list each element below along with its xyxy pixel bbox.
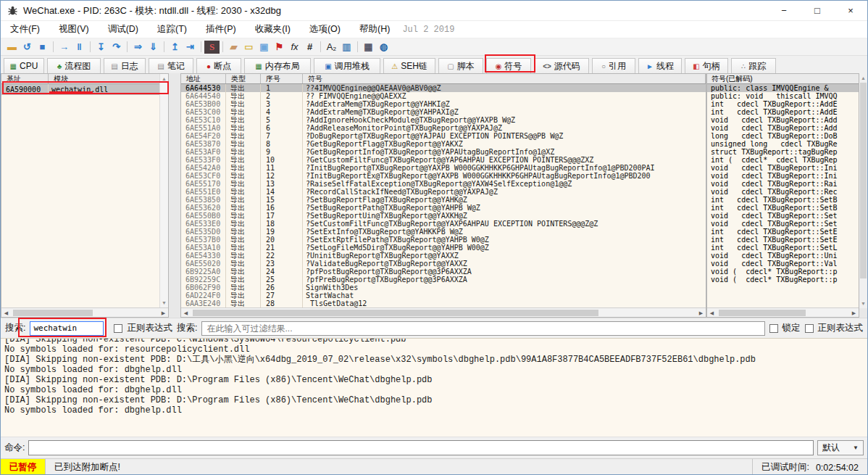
minimize-button[interactable]: − <box>767 1 801 20</box>
step-into-icon[interactable]: ↧ <box>93 41 109 54</box>
separator[interactable] <box>53 41 54 52</box>
tab-notes[interactable]: ▤ 笔记 <box>149 58 193 73</box>
open-file-icon[interactable]: ▬ <box>4 41 20 54</box>
decoded-row[interactable]: void (__cdecl* TXBugReport::p <box>707 276 859 284</box>
regex2-checkbox[interactable] <box>805 324 814 333</box>
tab-cpu[interactable]: ▦ CPU <box>4 58 44 73</box>
decoded-row[interactable]: void __cdecl TXBugReport::Uni <box>707 252 859 260</box>
symbol-row[interactable]: 6AE550B0 导出 17 ?SetBugReportUin@TXBugRep… <box>181 212 706 220</box>
run-icon[interactable]: → <box>57 41 72 54</box>
symbol-row[interactable]: 6B92259C 导出 25 ?pfPreBugReport@TXBugRepo… <box>181 276 706 284</box>
decoded-horizontal-scrollbar[interactable]: ◀ ▶ <box>707 307 859 317</box>
symbol-row[interactable]: 6AE55020 导出 23 ?ValidateBugReport@TXBugR… <box>181 260 706 268</box>
decoded-row[interactable]: void __cdecl TXBugReport::Set <box>707 220 859 228</box>
scroll-left-icon[interactable]: ◀ <box>182 309 190 317</box>
symbol-row[interactable]: 6AE53620 导出 16 ?SetBugReportPath@TXBugRe… <box>181 204 706 212</box>
symbol-row[interactable]: 6AE53CF0 导出 12 ?InitBugReportEx@TXBugRep… <box>181 172 706 180</box>
separator[interactable] <box>90 41 91 52</box>
tab-threads[interactable]: ► 线程 <box>638 58 682 73</box>
execute-till-return-icon[interactable]: ↥ <box>167 41 183 54</box>
decoded-row[interactable]: int __cdecl TXBugReport::AddE <box>707 100 859 108</box>
symbol-row[interactable]: 6AE533F0 导出 10 ?GetCustomFiltFunc@TXBugR… <box>181 156 706 164</box>
modules-vertical-scrollbar[interactable]: ▲ ▼ <box>159 74 168 307</box>
symbol-row[interactable]: 6AE53850 导出 15 ?SetBugReportFlag@TXBugRe… <box>181 196 706 204</box>
symbol-filter-input[interactable] <box>201 321 764 336</box>
decoded-row[interactable]: int (__cdecl*__cdecl TXBugRep <box>707 156 859 164</box>
symbol-row[interactable]: 6AA3E240 导出 28 _TlsGetData@12 <box>181 300 706 307</box>
decoded-row[interactable]: void __cdecl TXBugReport::Add <box>707 124 859 132</box>
symbol-row[interactable]: 6AE54330 导出 22 ?UninitBugReport@TXBugRep… <box>181 252 706 260</box>
labels-icon[interactable]: ▣ <box>256 41 272 54</box>
step-out-icon[interactable]: ⇓ <box>146 41 161 54</box>
scroll-thumb[interactable] <box>719 310 806 316</box>
pause-icon[interactable]: ‖ <box>72 41 87 54</box>
log-output[interactable]: [DIA] Skipping non-existent PDB: C:\Wind… <box>1 338 867 437</box>
scroll-up-icon[interactable]: ▲ <box>160 75 168 83</box>
symbol-row[interactable]: 6AE551A0 导出 6 ?AddReleaseMonitorPoint@TX… <box>181 124 706 132</box>
symbol-row[interactable]: 6A644530 导出 1 ??4IMVQQEngine@@QAEAAV0@AB… <box>181 84 706 92</box>
symbol-row[interactable]: 6AE53C10 导出 5 ?AddIgnoreHookCheckModule@… <box>181 116 706 124</box>
module-row[interactable]: 6A590000 wechatwin.dll <box>1 84 168 95</box>
separator[interactable] <box>222 41 223 52</box>
column-header-symbol[interactable]: 符号 <box>303 74 706 83</box>
scroll-thumb[interactable] <box>860 83 867 278</box>
scroll-down-icon[interactable]: ▼ <box>160 299 168 307</box>
tab-call-stack[interactable]: ▣ 调用堆栈 <box>314 58 380 73</box>
menu-item[interactable]: 追踪(T) <box>148 23 196 36</box>
preferences-icon[interactable]: ◍ <box>376 41 391 54</box>
restart-icon[interactable]: ↺ <box>20 41 35 54</box>
separator[interactable] <box>357 41 358 52</box>
symbol-row[interactable]: 6B062F90 导出 26 SignWith3Des <box>181 284 706 292</box>
bookmarks-icon[interactable]: ⚑ <box>272 41 287 54</box>
symbol-row[interactable]: 6AE533E0 导出 18 ?SetCustomFiltFunc@TXBugR… <box>181 220 706 228</box>
column-header-module[interactable]: 模块 <box>49 74 168 83</box>
symbol-row[interactable]: 6AD224F0 导出 27 StartWachat <box>181 292 706 300</box>
scroll-left-icon[interactable]: ◀ <box>2 309 10 317</box>
menu-item[interactable]: 选项(O) <box>300 23 350 36</box>
scroll-right-icon[interactable]: ▶ <box>159 309 167 317</box>
tab-seh[interactable]: ⚠ SEH链 <box>383 58 435 73</box>
decoded-vertical-scrollbar[interactable]: ▲ ▼ <box>859 73 867 308</box>
regex-checkbox[interactable] <box>114 324 122 333</box>
symbol-row[interactable]: 6AE53B00 导出 3 ?AddExtraMem@TXBugReport@@… <box>181 100 706 108</box>
step-over-icon[interactable]: ↷ <box>109 41 124 54</box>
separator[interactable] <box>320 41 321 52</box>
symbol-row[interactable]: 6AE53870 导出 8 ?GetBugReportFlag@TXBugRep… <box>181 140 706 148</box>
tab-trace[interactable]: ∴ 跟踪 <box>731 58 776 73</box>
menu-item[interactable]: 收藏夹(I) <box>246 23 300 36</box>
symbol-row[interactable]: 6AE54F20 导出 7 ?DoBugReport@TXBugReport@@… <box>181 132 706 140</box>
separator[interactable] <box>201 41 201 52</box>
scroll-right-icon[interactable]: ▶ <box>850 309 858 317</box>
tab-source[interactable]: <> 源代码 <box>534 58 589 73</box>
decoded-row[interactable]: unsigned long __cdecl TXBugRe <box>707 140 859 148</box>
column-header-base[interactable]: 基址 <box>1 74 49 83</box>
menu-item[interactable]: 插件(P) <box>196 23 246 36</box>
decoded-row[interactable]: int __cdecl TXBugReport::SetE <box>707 228 859 236</box>
command-profile-dropdown[interactable]: 默认 ▼ <box>817 440 864 455</box>
decoded-row[interactable]: int __cdecl TXBugReport::SetB <box>707 196 859 204</box>
symbol-row[interactable]: 6AE53A10 导出 21 ?SetLogFileMd5Dir@TXBugRe… <box>181 244 706 252</box>
comments-icon[interactable]: ▭ <box>241 41 256 54</box>
symbols-horizontal-scrollbar[interactable]: ◀ ▶ <box>181 307 706 317</box>
decoded-row[interactable]: void __cdecl TXBugReport::Ini <box>707 164 859 172</box>
tab-log[interactable]: ▤ 日志 <box>104 58 146 73</box>
stop-icon[interactable]: ■ <box>35 41 50 54</box>
patches-icon[interactable]: ▰ <box>226 41 241 54</box>
decoded-row[interactable]: void __cdecl TXBugReport::Set <box>707 212 859 220</box>
menu-item[interactable]: 帮助(H) <box>350 23 399 36</box>
maximize-button[interactable]: □ <box>801 1 834 20</box>
lock-checkbox[interactable] <box>769 324 778 333</box>
memory-map-icon[interactable]: ▥ <box>339 41 354 54</box>
symbol-row[interactable]: 6AE535D0 导出 19 ?SetExtInfo@TXBugReport@@… <box>181 228 706 236</box>
separator[interactable] <box>127 41 128 52</box>
command-input[interactable] <box>28 440 814 455</box>
decoded-row[interactable]: void __cdecl TXBugReport::Val <box>707 260 859 268</box>
column-header-type[interactable]: 类型 <box>226 74 261 83</box>
symbol-row[interactable]: 6B9225A0 导出 24 ?pfPostBugReport@TXBugRep… <box>181 268 706 276</box>
symbol-row[interactable]: 6AE53AF0 导出 9 ?GetBugReportInfo@TXBugRep… <box>181 148 706 156</box>
attach-icon[interactable]: ⇥ <box>183 41 198 54</box>
run-to-cursor-icon[interactable]: ⇒ <box>130 41 146 54</box>
column-header-ordinal[interactable]: 序号 <box>261 74 303 83</box>
decoded-row[interactable]: void __cdecl TXBugReport::Ini <box>707 172 859 180</box>
symbol-row[interactable]: 6AE53C00 导出 4 ?AddExtraMem@TXBugReport@@… <box>181 108 706 116</box>
